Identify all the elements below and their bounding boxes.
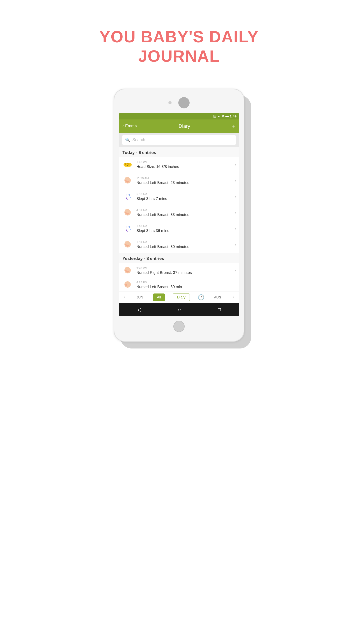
search-bar-container: 🔍 Search (119, 133, 239, 147)
svg-line-28 (126, 242, 126, 243)
android-home-icon[interactable]: ○ (178, 307, 181, 313)
entry-icon-nurse3 (122, 239, 133, 250)
diary-entry[interactable]: in 1:47 PM Head Size: 16 3/8 inches › (119, 157, 239, 173)
svg-rect-2 (127, 163, 128, 164)
vibrate-icon: ▤ (213, 114, 216, 118)
phone-top (119, 96, 239, 110)
entry-time: 11:29 AM (136, 176, 233, 180)
svg-rect-1 (125, 163, 126, 165)
diary-entry[interactable]: 5:37 AM Slept 3 hrs 7 mins › (119, 189, 239, 205)
svg-point-26 (128, 243, 129, 244)
back-chevron-icon: ‹ (122, 124, 124, 128)
svg-text:in: in (127, 164, 128, 166)
svg-point-21 (130, 229, 131, 230)
entry-chevron-icon: › (235, 194, 236, 199)
svg-point-9 (126, 181, 129, 182)
entry-chevron-icon: › (235, 162, 236, 167)
search-placeholder: Search (132, 138, 145, 142)
svg-point-7 (126, 179, 127, 180)
svg-point-27 (126, 245, 129, 246)
entry-icon-measure: in (122, 159, 133, 170)
entry-details: 9:20 PM Nursed Right Breast: 37 minutes (136, 266, 233, 275)
next-nav-arrow[interactable]: › (231, 294, 236, 300)
phone-camera (178, 97, 190, 108)
entry-details: 1:18 AM Slept 3 hrs 36 mins (136, 224, 233, 233)
all-filter-button[interactable]: All (153, 294, 165, 301)
entry-icon-sleep2 (122, 223, 133, 234)
entry-chevron-icon: › (235, 226, 236, 231)
diary-entry[interactable]: 1:18 AM Slept 3 hrs 36 mins › (119, 221, 239, 237)
entry-time: 9:20 PM (136, 266, 233, 270)
entry-chevron-icon: › (235, 268, 236, 273)
diary-entry[interactable]: 4:59 AM Nursed Left Breast: 33 minutes › (119, 205, 239, 221)
entry-icon-nurse (122, 175, 133, 186)
today-section-header: Today - 6 entries (119, 147, 239, 157)
diary-entry[interactable]: 11:29 AM Nursed Left Breast: 23 minutes … (119, 173, 239, 189)
android-nav-bar: ◁ ○ □ (119, 303, 239, 316)
svg-point-36 (125, 284, 127, 286)
svg-point-22 (128, 226, 129, 226)
entry-text: Nursed Left Breast: 23 minutes (136, 180, 233, 185)
entry-icon-sleep (122, 191, 133, 202)
diary-filter-button[interactable]: Diary (173, 293, 190, 301)
svg-point-32 (128, 269, 129, 270)
entry-details: 4:25 PM Nursed Left Breast: 30 min... (136, 281, 236, 289)
svg-point-20 (129, 226, 130, 228)
status-icons: ▤ ▲ ✕ ▬ 1:49 (213, 114, 236, 118)
svg-point-16 (126, 211, 127, 212)
status-time: 1:49 (230, 114, 236, 118)
search-input[interactable]: 🔍 Search (122, 135, 236, 145)
svg-point-18 (126, 213, 129, 214)
svg-line-10 (126, 178, 126, 179)
entry-text: Head Size: 16 3/8 inches (136, 164, 233, 169)
yesterday-section-header: Yesterday - 8 entries (119, 253, 239, 263)
entry-text: Slept 3 hrs 7 mins (136, 196, 233, 201)
diary-entry[interactable]: 4:25 PM Nursed Left Breast: 30 min... (119, 279, 239, 291)
svg-point-25 (126, 243, 127, 244)
entry-chevron-icon: › (235, 210, 236, 215)
svg-rect-3 (128, 163, 130, 165)
entry-text: Slept 3 hrs 36 mins (136, 228, 233, 233)
diary-content: Today - 6 entries in (119, 147, 239, 291)
battery-icon: ▬ (226, 114, 228, 118)
back-button[interactable]: ‹ Emma (122, 124, 137, 128)
android-back-icon[interactable]: ◁ (137, 307, 141, 313)
status-bar: ▤ ▲ ✕ ▬ 1:49 (119, 113, 239, 120)
entry-time: 1:47 PM (136, 160, 233, 164)
clock-icon[interactable]: 🕐 (198, 294, 204, 300)
phone-body: ▤ ▲ ✕ ▬ 1:49 ‹ Emma Diary + 🔍 (114, 88, 244, 342)
next-month-label: AUG (212, 294, 224, 300)
back-label: Emma (125, 124, 137, 128)
entry-icon-nurse5 (122, 279, 133, 290)
phone-speaker-small (168, 101, 172, 104)
svg-line-19 (126, 210, 126, 211)
svg-point-8 (128, 179, 129, 180)
wifi-icon: ▲ (217, 114, 220, 118)
entry-text: Nursed Right Breast: 37 minutes (136, 270, 233, 275)
add-entry-button[interactable]: + (232, 122, 236, 130)
entry-chevron-icon: › (235, 178, 236, 183)
page-title: YOU BABY'S DAILY JOURNAL (100, 27, 259, 66)
diary-entry[interactable]: 9:20 PM Nursed Right Breast: 37 minutes … (119, 263, 239, 279)
entry-time: 1:09 AM (136, 240, 233, 244)
svg-point-11 (129, 194, 130, 196)
entry-time: 5:37 AM (136, 192, 233, 196)
entry-details: 5:37 AM Slept 3 hrs 7 mins (136, 192, 233, 201)
prev-nav-arrow[interactable]: ‹ (122, 294, 127, 300)
diary-entry[interactable]: 1:09 AM Nursed Left Breast: 30 minutes › (119, 237, 239, 253)
svg-point-33 (126, 271, 129, 272)
entry-details: 11:29 AM Nursed Left Breast: 23 minutes (136, 176, 233, 185)
entry-time: 4:59 AM (136, 208, 233, 212)
phone-home-button (173, 321, 185, 332)
entry-icon-nurse2 (122, 207, 133, 218)
signal-icon: ✕ (222, 114, 224, 118)
search-icon: 🔍 (125, 138, 130, 142)
android-recents-icon[interactable]: □ (218, 307, 221, 313)
entry-chevron-icon: › (235, 242, 236, 247)
entry-time: 4:25 PM (136, 281, 236, 284)
svg-point-17 (128, 211, 129, 212)
entry-text: Nursed Left Breast: 30 minutes (136, 244, 233, 249)
svg-point-31 (126, 269, 127, 270)
svg-point-13 (128, 194, 129, 194)
entry-details: 1:47 PM Head Size: 16 3/8 inches (136, 160, 233, 169)
